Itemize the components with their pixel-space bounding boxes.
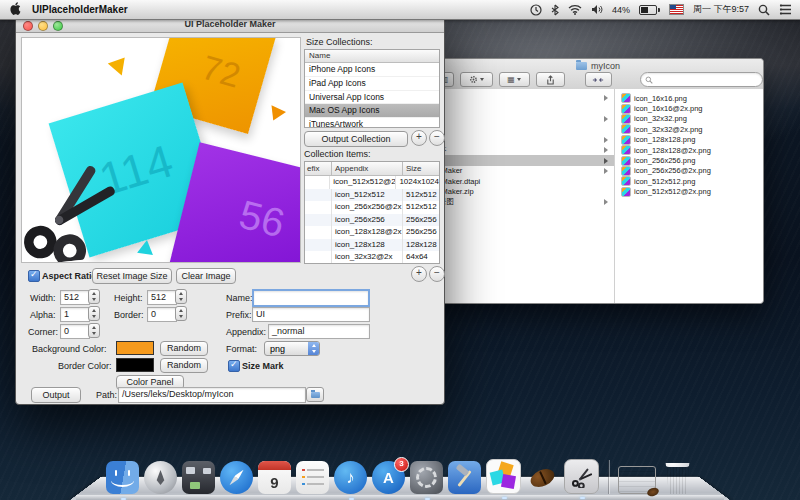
tags-button[interactable] [585, 72, 612, 87]
border-random-button[interactable]: Random [160, 358, 208, 373]
list-item[interactable] [433, 124, 614, 134]
dock-system-preferences-icon[interactable] [410, 461, 443, 494]
dock-mission-control-icon[interactable] [182, 461, 215, 494]
border-field[interactable]: 0 [147, 307, 177, 322]
reset-image-size-button[interactable]: Reset Image Size [92, 268, 172, 284]
add-item-button[interactable]: + [411, 266, 427, 282]
finder-search-field[interactable] [640, 72, 763, 87]
file-row[interactable]: icon_32x32.png [615, 114, 763, 124]
apple-menu-icon[interactable] [10, 1, 22, 19]
name-field[interactable] [252, 289, 370, 307]
table-row[interactable]: icon_32x32@2x64x64 [305, 251, 439, 264]
table-row[interactable]: icon_512x512@2x1024x1024 [305, 176, 439, 189]
notification-center-icon[interactable] [779, 4, 792, 15]
share-button[interactable] [536, 72, 566, 87]
dock-launchpad-icon[interactable] [144, 461, 177, 494]
clear-image-button[interactable]: Clear Image [176, 268, 236, 284]
list-item[interactable]: rMaker [433, 166, 614, 176]
height-field[interactable]: 512 [147, 290, 177, 305]
list-item[interactable]: 果图 [433, 197, 614, 207]
dock-reminders-icon[interactable] [296, 461, 329, 494]
battery-icon[interactable] [639, 5, 660, 15]
collection-items-table[interactable]: efix Appendix Size icon_512x512@2x1024x1… [304, 161, 440, 264]
background-random-button[interactable]: Random [160, 341, 208, 356]
folder-proxy-icon[interactable] [576, 62, 587, 70]
choose-folder-button[interactable] [306, 387, 324, 402]
image-preview-canvas[interactable]: 72 114 56 [21, 37, 301, 263]
table-row[interactable]: icon_128x128@2x256x256 [305, 226, 439, 239]
dock-trash-icon[interactable] [661, 461, 694, 494]
finder-column-left[interactable]: 本 rMaker rMaker.dtapi rMaker.zip 果图 [433, 93, 614, 207]
prefix-field[interactable]: UI [252, 307, 370, 322]
dock-finder-icon[interactable] [106, 461, 139, 494]
dock-color-squares-app-icon[interactable] [486, 459, 521, 494]
width-field[interactable]: 512 [60, 290, 90, 305]
dock-xcode-icon[interactable] [448, 461, 481, 494]
table-header[interactable]: efix Appendix Size [305, 162, 439, 176]
width-stepper[interactable] [88, 289, 100, 304]
list-item[interactable] [433, 114, 614, 124]
file-row[interactable]: icon_512x512.png [615, 176, 763, 186]
table-row[interactable]: icon_128x128128x128 [305, 239, 439, 252]
battery-percent[interactable]: 44% [612, 5, 630, 15]
input-language-flag-icon[interactable] [669, 4, 684, 15]
finder-column-right[interactable]: icon_16x16.png icon_16x16@2x.png icon_32… [615, 93, 763, 197]
collection-row[interactable]: iTunesArtwork [305, 118, 439, 128]
corner-stepper[interactable] [88, 323, 100, 338]
time-machine-icon[interactable] [530, 4, 542, 16]
output-collection-button[interactable]: Output Collection [304, 131, 408, 147]
table-row[interactable]: icon_256x256256x256 [305, 214, 439, 227]
list-header[interactable]: Name [305, 50, 439, 63]
list-item-selected[interactable] [433, 155, 614, 165]
col-size[interactable]: Size [403, 162, 439, 175]
list-item[interactable]: 本 [433, 145, 614, 155]
border-stepper[interactable] [175, 306, 187, 321]
table-row[interactable]: icon_512x512512x512 [305, 189, 439, 202]
file-row[interactable]: icon_256x256@2x.png [615, 166, 763, 176]
menu-bar-app-name[interactable]: UIPlaceholderMaker [32, 4, 128, 15]
background-color-swatch[interactable] [116, 341, 154, 355]
file-row[interactable]: icon_128x128@2x.png [615, 145, 763, 155]
arrange-button[interactable]: ▦ [499, 72, 530, 87]
alpha-field[interactable]: 1 [60, 307, 90, 322]
dock-minimized-window[interactable] [618, 466, 656, 494]
file-row[interactable]: icon_16x16@2x.png [615, 103, 763, 113]
collection-row-selected[interactable]: Mac OS App Icons [305, 104, 439, 118]
corner-field[interactable]: 0 [60, 324, 90, 339]
remove-collection-button[interactable]: − [429, 130, 445, 146]
aspect-ratio-checkbox[interactable] [28, 270, 40, 282]
list-item[interactable] [433, 93, 614, 103]
collection-row[interactable]: iPad App Icons [305, 77, 439, 91]
dock-placeholder-maker-icon[interactable] [564, 459, 599, 494]
size-mark-checkbox[interactable] [228, 360, 240, 372]
finder-window[interactable]: myIcon ▥ ▦ 本 [432, 58, 764, 304]
table-row[interactable]: icon_256x256@2x512x512 [305, 201, 439, 214]
list-item[interactable] [433, 103, 614, 113]
file-row[interactable]: icon_32x32@2x.png [615, 124, 763, 134]
list-item[interactable]: rMaker.zip [433, 187, 614, 197]
add-collection-button[interactable]: + [411, 130, 427, 146]
collection-row[interactable]: iPhone App Icons [305, 63, 439, 77]
bluetooth-icon[interactable] [551, 4, 559, 16]
remove-item-button[interactable]: − [429, 266, 445, 282]
file-row[interactable]: icon_16x16.png [615, 93, 763, 103]
finder-title-bar[interactable]: myIcon ▥ ▦ [433, 59, 763, 90]
alpha-stepper[interactable] [88, 306, 100, 321]
dock-itunes-icon[interactable]: ♪ [334, 461, 367, 494]
dock-coffee-bean-icon[interactable] [526, 461, 559, 494]
collection-row[interactable]: Universal App Icons [305, 91, 439, 105]
path-field[interactable]: /Users/leks/Desktop/myIcon [118, 387, 306, 403]
height-stepper[interactable] [175, 289, 187, 304]
border-color-swatch[interactable] [116, 358, 154, 372]
app-window[interactable]: UI Placeholder Maker 72 114 56 Size Coll… [15, 16, 445, 405]
list-item[interactable] [433, 135, 614, 145]
dock-safari-icon[interactable] [220, 461, 253, 494]
output-button[interactable]: Output [31, 387, 81, 403]
wifi-icon[interactable] [568, 4, 582, 15]
dock-app-store-icon[interactable]: A 3 [372, 461, 405, 494]
menu-bar-clock[interactable]: 周一 下午9:57 [693, 3, 749, 16]
size-collections-list[interactable]: Name iPhone App Icons iPad App Icons Uni… [304, 49, 440, 128]
file-row[interactable]: icon_256x256.png [615, 155, 763, 165]
list-item[interactable]: rMaker.dtapi [433, 176, 614, 186]
gear-action-button[interactable] [460, 72, 493, 87]
